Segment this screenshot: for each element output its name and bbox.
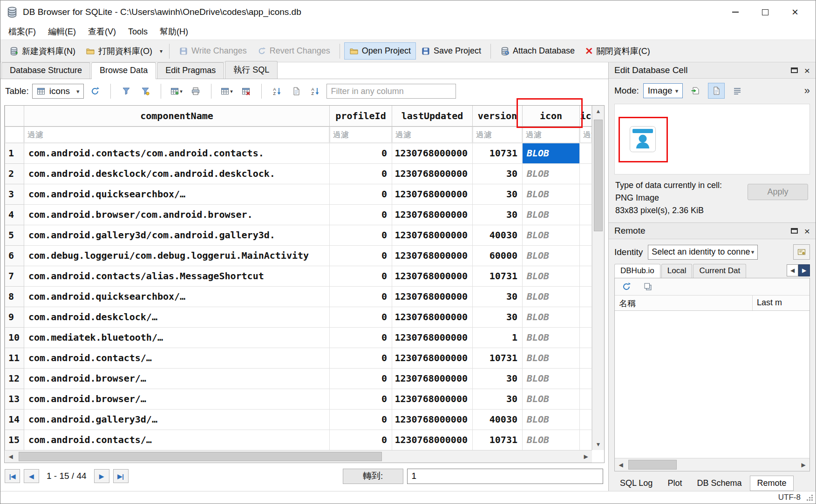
remote-tab[interactable]: Local: [661, 264, 693, 278]
cell-version[interactable]: 30: [473, 368, 523, 389]
cell-version[interactable]: 1: [473, 327, 523, 348]
filter-lastUpdated[interactable]: 過濾: [392, 126, 473, 143]
menu-item[interactable]: 檔案(F): [2, 24, 42, 39]
encoding-indicator[interactable]: UTF-8: [778, 493, 801, 502]
write-changes-button[interactable]: Write Changes: [174, 42, 252, 60]
scroll-left-arrow[interactable]: ◀: [5, 450, 17, 463]
cell-icon-blob[interactable]: BLOB: [523, 143, 580, 163]
new-record-button[interactable]: ▾: [169, 84, 184, 99]
undock-panel-icon[interactable]: [791, 67, 798, 73]
filter-version[interactable]: 過濾: [473, 126, 523, 143]
filter-profileId[interactable]: 過濾: [330, 126, 392, 143]
cell-lastUpdated[interactable]: 1230768000000: [392, 327, 473, 348]
refresh-button[interactable]: [87, 84, 103, 99]
filter-icon[interactable]: 過濾: [523, 126, 580, 143]
cell-icon-blob[interactable]: BLOB: [523, 163, 580, 184]
remote-table-body[interactable]: [615, 311, 809, 458]
cell-profileId[interactable]: 0: [330, 307, 392, 327]
scroll-right-arrow[interactable]: ▶: [797, 458, 809, 471]
goto-record-input[interactable]: [407, 469, 603, 484]
cell-profileId[interactable]: 0: [330, 327, 392, 348]
clone-database-button[interactable]: [640, 279, 656, 294]
scroll-up-arrow[interactable]: ▲: [592, 106, 604, 117]
dock-tab[interactable]: Remote: [750, 476, 793, 491]
cell-componentName[interactable]: com.android.contacts/alias.MessageShortc…: [24, 266, 330, 286]
open-database-button[interactable]: 打開資料庫(O): [81, 42, 157, 60]
cell-profileId[interactable]: 0: [330, 409, 392, 430]
remote-tab[interactable]: Current Dat: [693, 264, 746, 278]
cell-componentName[interactable]: com.mediatek.bluetooth/…: [24, 327, 330, 348]
close-panel-icon[interactable]: ×: [804, 66, 810, 75]
cell-lastUpdated[interactable]: 1230768000000: [392, 368, 473, 389]
document-tab[interactable]: Browse Data: [91, 62, 156, 79]
cell-version[interactable]: 40030: [473, 409, 523, 430]
dock-tab[interactable]: DB Schema: [690, 476, 748, 491]
cell-profileId[interactable]: 0: [330, 143, 392, 163]
goto-button[interactable]: 轉到:: [343, 469, 403, 484]
cell-lastUpdated[interactable]: 1230768000000: [392, 348, 473, 368]
cell-icon-blob[interactable]: BLOB: [523, 245, 580, 266]
minimize-button[interactable]: [721, 2, 750, 22]
cell-componentName[interactable]: com.android.contacts/…: [24, 430, 330, 450]
cell-profileId[interactable]: 0: [330, 184, 392, 204]
cell-componentName[interactable]: com.android.gallery3d/com.android.galler…: [24, 225, 330, 245]
cell-profileId[interactable]: 0: [330, 163, 392, 184]
cell-profileId[interactable]: 0: [330, 204, 392, 225]
close-button[interactable]: ×: [780, 2, 810, 22]
attach-database-button[interactable]: Attach Database: [495, 42, 580, 60]
row-number[interactable]: 15: [5, 430, 24, 450]
cell-componentName[interactable]: com.debug.loggerui/com.debug.loggerui.Ma…: [24, 245, 330, 266]
row-number[interactable]: 9: [5, 307, 24, 327]
mode-select[interactable]: Image ▾: [643, 83, 683, 98]
cell-lastUpdated[interactable]: 1230768000000: [392, 184, 473, 204]
tab-scroll-right-button[interactable]: ▶: [798, 264, 810, 276]
row-number[interactable]: 14: [5, 409, 24, 430]
cell-icon-blob[interactable]: BLOB: [523, 409, 580, 430]
cell-lastUpdated[interactable]: 1230768000000: [392, 307, 473, 327]
remote-refresh-button[interactable]: [619, 279, 634, 294]
cell-profileId[interactable]: 0: [330, 245, 392, 266]
last-page-button[interactable]: ▶|: [113, 469, 129, 483]
horizontal-scrollbar[interactable]: ◀ ▶: [5, 450, 592, 463]
cell-version[interactable]: 10731: [473, 143, 523, 163]
cell-lastUpdated[interactable]: 1230768000000: [392, 430, 473, 450]
row-number[interactable]: 5: [5, 225, 24, 245]
cell-profileId[interactable]: 0: [330, 368, 392, 389]
filter-overflow[interactable]: 過濾: [580, 126, 592, 143]
close-panel-icon[interactable]: ×: [804, 226, 810, 236]
tab-scroll-left-button[interactable]: ◀: [787, 264, 798, 276]
remote-tab[interactable]: DBHub.io: [614, 264, 660, 278]
delete-record-button[interactable]: [238, 84, 254, 99]
row-number[interactable]: 3: [5, 184, 24, 204]
save-project-button[interactable]: Save Project: [416, 42, 486, 60]
remote-column-lastmodified[interactable]: Last m: [753, 296, 809, 310]
remote-horizontal-scrollbar[interactable]: ◀ ▶: [615, 458, 809, 471]
row-number[interactable]: 13: [5, 389, 24, 409]
row-number[interactable]: 6: [5, 245, 24, 266]
open-database-dropdown[interactable]: ▾: [157, 40, 165, 62]
cell-lastUpdated[interactable]: 1230768000000: [392, 409, 473, 430]
cell-version[interactable]: 30: [473, 307, 523, 327]
cell-lastUpdated[interactable]: 1230768000000: [392, 225, 473, 245]
row-number[interactable]: 12: [5, 368, 24, 389]
cell-lastUpdated[interactable]: 1230768000000: [392, 266, 473, 286]
cell-version[interactable]: 40030: [473, 225, 523, 245]
horizontal-scrollbar-thumb[interactable]: [628, 460, 677, 470]
cell-componentName[interactable]: com.android.browser/…: [24, 368, 330, 389]
cell-lastUpdated[interactable]: 1230768000000: [392, 204, 473, 225]
cell-version[interactable]: 10731: [473, 430, 523, 450]
more-tools-chevron-icon[interactable]: »: [804, 85, 810, 97]
cell-icon-blob[interactable]: BLOB: [523, 286, 580, 307]
row-number[interactable]: 10: [5, 327, 24, 348]
revert-changes-button[interactable]: Revert Changes: [252, 42, 335, 60]
row-number[interactable]: 2: [5, 163, 24, 184]
cell-componentName[interactable]: com.android.gallery3d/…: [24, 409, 330, 430]
export-cell-button[interactable]: [288, 84, 304, 99]
cell-version[interactable]: 30: [473, 184, 523, 204]
next-page-button[interactable]: ▶: [94, 469, 109, 483]
apply-button[interactable]: Apply: [748, 184, 808, 200]
cell-componentName[interactable]: com.android.browser/com.android.browser.: [24, 204, 330, 225]
document-tab[interactable]: Database Structure: [1, 62, 90, 79]
cell-profileId[interactable]: 0: [330, 389, 392, 409]
horizontal-scrollbar-thumb[interactable]: [19, 452, 382, 461]
